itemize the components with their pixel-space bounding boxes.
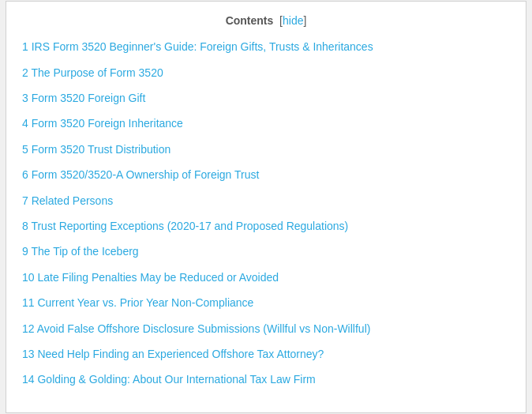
contents-link-2[interactable]: 2 The Purpose of Form 3520 — [22, 66, 163, 79]
contents-header: Contents [hide] — [22, 14, 510, 27]
list-item: 5 Form 3520 Trust Distribution — [22, 141, 510, 158]
list-item: 10 Late Filing Penalties May be Reduced … — [22, 269, 510, 286]
contents-link-4[interactable]: 4 Form 3520 Foreign Inheritance — [22, 117, 183, 130]
contents-list: 1 IRS Form 3520 Beginner's Guide: Foreig… — [22, 38, 510, 388]
contents-link-13[interactable]: 13 Need Help Finding an Experienced Offs… — [22, 348, 324, 360]
contents-link-8[interactable]: 8 Trust Reporting Exceptions (2020-17 an… — [22, 220, 348, 232]
list-item: 6 Form 3520/3520-A Ownership of Foreign … — [22, 166, 510, 183]
contents-title: Contents — [226, 14, 274, 27]
list-item: 4 Form 3520 Foreign Inheritance — [22, 115, 510, 132]
list-item: 3 Form 3520 Foreign Gift — [22, 89, 510, 107]
list-item: 13 Need Help Finding an Experienced Offs… — [22, 345, 510, 363]
contents-link-7[interactable]: 7 Related Persons — [22, 194, 113, 207]
contents-link-9[interactable]: 9 The Tip of the Iceberg — [22, 245, 139, 258]
contents-link-5[interactable]: 5 Form 3520 Trust Distribution — [22, 143, 170, 156]
list-item: 1 IRS Form 3520 Beginner's Guide: Foreig… — [22, 38, 510, 55]
list-item: 8 Trust Reporting Exceptions (2020-17 an… — [22, 217, 510, 235]
list-item: 2 The Purpose of Form 3520 — [22, 64, 510, 81]
contents-link-14[interactable]: 14 Golding & Golding: About Our Internat… — [22, 373, 316, 386]
list-item: 14 Golding & Golding: About Our Internat… — [22, 371, 510, 388]
contents-link-3[interactable]: 3 Form 3520 Foreign Gift — [22, 92, 145, 104]
contents-link-10[interactable]: 10 Late Filing Penalties May be Reduced … — [22, 271, 279, 284]
contents-link-6[interactable]: 6 Form 3520/3520-A Ownership of Foreign … — [22, 168, 259, 181]
list-item: 7 Related Persons — [22, 192, 510, 209]
list-item: 11 Current Year vs. Prior Year Non-Compl… — [22, 294, 510, 311]
list-item: 9 The Tip of the Iceberg — [22, 243, 510, 260]
list-item: 12 Avoid False Offshore Disclosure Submi… — [22, 320, 510, 337]
contents-link-11[interactable]: 11 Current Year vs. Prior Year Non-Compl… — [22, 296, 253, 309]
hide-link[interactable]: hide — [283, 14, 303, 27]
contents-box: Contents [hide] 1 IRS Form 3520 Beginner… — [6, 1, 526, 412]
contents-link-1[interactable]: 1 IRS Form 3520 Beginner's Guide: Foreig… — [22, 40, 373, 53]
contents-link-12[interactable]: 12 Avoid False Offshore Disclosure Submi… — [22, 322, 370, 335]
